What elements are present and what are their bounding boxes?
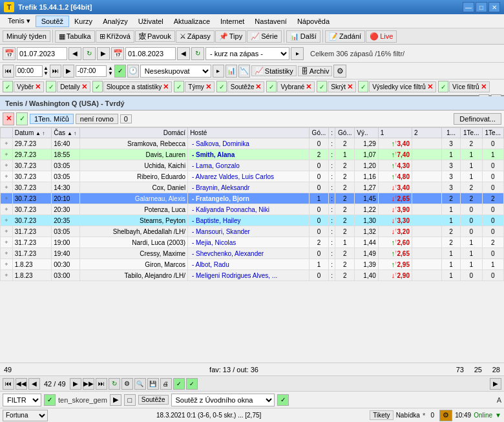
bar-chart-btn[interactable]: 📊 — [226, 65, 237, 78]
nav-check1-btn[interactable]: ✓ — [173, 378, 185, 390]
minimize-button[interactable]: — — [463, 2, 474, 12]
btn-pavouk[interactable]: 🕸 Pavouk — [135, 30, 175, 42]
table-scroll-area[interactable]: Datum ▲ Čas ▲ Domácí Hosté Gó... : Gó...… — [0, 127, 504, 363]
soutez-ok-btn[interactable]: ✓ — [277, 394, 289, 406]
table-row[interactable]: + 30.7.23 20:30 Potenza, Luca - Kaliyand… — [1, 204, 504, 215]
nav-next-btn[interactable]: ▶ — [70, 378, 81, 390]
table-row[interactable]: + 31.7.23 19:40 Cressy, Maxime - Shevche… — [1, 248, 504, 259]
calendar-icon-btn2[interactable]: 📅 — [111, 47, 124, 60]
souteze-x-icon[interactable]: ✕ — [255, 83, 261, 91]
menu-tenis[interactable]: Tenis ▾ — [3, 16, 36, 26]
menu-internet[interactable]: Internet — [215, 16, 249, 26]
vice-x-icon[interactable]: ✕ — [481, 83, 487, 91]
define-button[interactable]: Definovat... — [454, 113, 501, 125]
table-row[interactable]: + 30.7.23 20:35 Stearns, Peyton - Baptis… — [1, 215, 504, 226]
row-add-icon[interactable]: + — [1, 171, 13, 182]
calendar-icon-btn1[interactable]: 📅 — [3, 47, 16, 60]
row-add-icon[interactable]: + — [1, 204, 13, 215]
vysled-label-btn[interactable]: Výsledky více filtrů ✕ — [369, 81, 436, 92]
btn-zapasy[interactable]: ⚔ Zápasy — [176, 30, 215, 43]
row-add-icon[interactable]: + — [1, 193, 13, 204]
row-add-icon[interactable]: + — [1, 248, 13, 259]
btn-live[interactable]: 🔴 Live — [366, 30, 397, 43]
menu-soutez[interactable]: Soutěž — [36, 16, 69, 27]
time-mid-btn1[interactable]: ⏭ — [50, 65, 61, 78]
close-button[interactable]: ✕ — [488, 2, 500, 12]
row-add-icon[interactable]: + — [1, 215, 13, 226]
nav-last-btn[interactable]: ⏭ — [96, 378, 107, 390]
table-row[interactable]: + 30.7.23 03:05 Uchida, Kaichi - Lama, G… — [1, 160, 504, 171]
kurz-select[interactable]: - kurz na zápas - — [205, 47, 289, 60]
nav-prev-btn[interactable]: ◀ — [28, 378, 40, 390]
col-cas[interactable]: Čas ▲ — [52, 128, 80, 138]
row-add-icon[interactable]: + — [1, 259, 13, 270]
sloupce-check-btn[interactable]: ✓ — [92, 81, 103, 92]
detaily-check-btn[interactable]: ✓ — [46, 81, 56, 92]
nav-next-next-btn[interactable]: ▶▶ — [83, 378, 94, 390]
row-add-icon[interactable]: + — [1, 270, 13, 281]
table-row[interactable]: + 1.8.23 03:00 Tabilo, Alejandro /LH/ - … — [1, 270, 504, 281]
btn-krizova[interactable]: ⊞ Křížová — [96, 30, 134, 43]
vybr-x-icon[interactable]: ✕ — [35, 83, 41, 91]
skryt-x-icon[interactable]: ✕ — [347, 83, 353, 91]
nav-check2-btn[interactable]: ✓ — [186, 378, 198, 390]
skryt-check-btn[interactable]: ✓ — [317, 81, 327, 92]
nav-first-btn[interactable]: ⏮ — [3, 378, 14, 390]
row-add-icon[interactable]: + — [1, 237, 13, 248]
time-to-input[interactable] — [76, 65, 107, 77]
tymy-check-btn[interactable]: ✓ — [174, 81, 184, 92]
sub-filter-btn1[interactable]: 1Ten. Míčů — [30, 114, 74, 124]
nav-reload-btn[interactable]: ↻ — [109, 378, 120, 390]
btn-tipy[interactable]: 📌 Tipy — [215, 30, 246, 43]
row-add-icon[interactable]: + — [1, 160, 13, 171]
group-select[interactable]: Neseskupovat — [140, 65, 211, 78]
date-from-input[interactable] — [17, 47, 67, 60]
souteze-filter-btn[interactable]: Soutěže — [138, 395, 169, 405]
nav-export-btn[interactable]: 💾 — [147, 378, 159, 390]
date-prev-btn[interactable]: ◀ — [68, 47, 81, 60]
nav-prev-prev-btn[interactable]: ◀◀ — [16, 378, 27, 390]
table-row[interactable]: + 29.7.23 16:40 Sramkova, Rebecca - Salk… — [1, 138, 504, 149]
vice-label-btn[interactable]: Více filtrů ✕ — [449, 81, 490, 92]
filter-add-btn[interactable]: ▶ — [110, 394, 121, 406]
table-row[interactable]: + 30.7.23 14:30 Cox, Daniel - Braynin, A… — [1, 182, 504, 193]
filter-extra-btn[interactable]: □ — [124, 394, 136, 406]
tymy-x-icon[interactable]: ✕ — [205, 83, 211, 91]
tikety-btn[interactable]: Tikety — [370, 410, 393, 420]
date-to-prev-btn[interactable]: ◀ — [177, 47, 190, 60]
btn-minuly-tyden[interactable]: Minulý týden — [3, 30, 50, 42]
vybr-check-btn[interactable]: ✓ — [3, 81, 13, 92]
filter-green-btn[interactable]: ✓ — [44, 394, 56, 406]
btn-zadani[interactable]: 📝 Zadání — [325, 30, 365, 43]
row-add-icon[interactable]: + — [1, 149, 13, 160]
group-expand-btn[interactable]: ▸ — [213, 65, 224, 78]
statistiky-btn[interactable]: 📈 Statistiky — [251, 65, 297, 76]
skryt-label-btn[interactable]: Skrýt ✕ — [328, 81, 356, 92]
date-to-reload-btn[interactable]: ↻ — [191, 47, 204, 60]
souteze-label-btn[interactable]: Soutěže ✕ — [227, 81, 265, 92]
time-ok-btn[interactable]: ✓ — [114, 65, 126, 78]
vybrane-x-icon[interactable]: ✕ — [306, 83, 311, 91]
settings-wheel-btn[interactable]: ⚙ — [333, 65, 346, 78]
btn-tabulka[interactable]: ▦ Tabulka — [55, 30, 95, 43]
vybr-label-btn[interactable]: Výběr ✕ — [14, 81, 44, 92]
table-row[interactable]: + 30.7.23 20:10 Galarneau, Alexis - Frat… — [1, 193, 504, 204]
souteze-check-btn[interactable]: ✓ — [216, 81, 227, 92]
sub-filter-x-btn[interactable]: ✕ — [3, 112, 14, 125]
menu-analyzy[interactable]: Analýzy — [98, 16, 133, 26]
table-row[interactable]: + 31.7.23 03:05 Shelbayh, Abedallah /LH/… — [1, 226, 504, 237]
sloupce-label-btn[interactable]: Sloupce a statistiky ✕ — [103, 81, 173, 92]
vysled-x-icon[interactable]: ✕ — [427, 83, 433, 91]
table-row[interactable]: + 1.8.23 00:30 Giron, Marcos - Albot, Ra… — [1, 259, 504, 270]
row-add-icon[interactable]: + — [1, 138, 13, 149]
kurz-expand-btn[interactable]: ▸ — [291, 47, 304, 60]
date-to-input[interactable] — [125, 47, 176, 60]
vysled-check-btn[interactable]: ✓ — [358, 81, 368, 92]
date-reload-btn[interactable]: ↻ — [83, 47, 96, 60]
menu-aktualizace[interactable]: Aktualizace — [169, 16, 215, 26]
menu-napoveda[interactable]: Nápověda — [292, 16, 335, 26]
vybrane-check-btn[interactable]: ✓ — [266, 81, 277, 92]
row-add-icon[interactable]: + — [1, 182, 13, 193]
footer-bookmaker-select[interactable]: Fortuna — [3, 410, 48, 421]
time-from-input[interactable] — [16, 65, 43, 77]
